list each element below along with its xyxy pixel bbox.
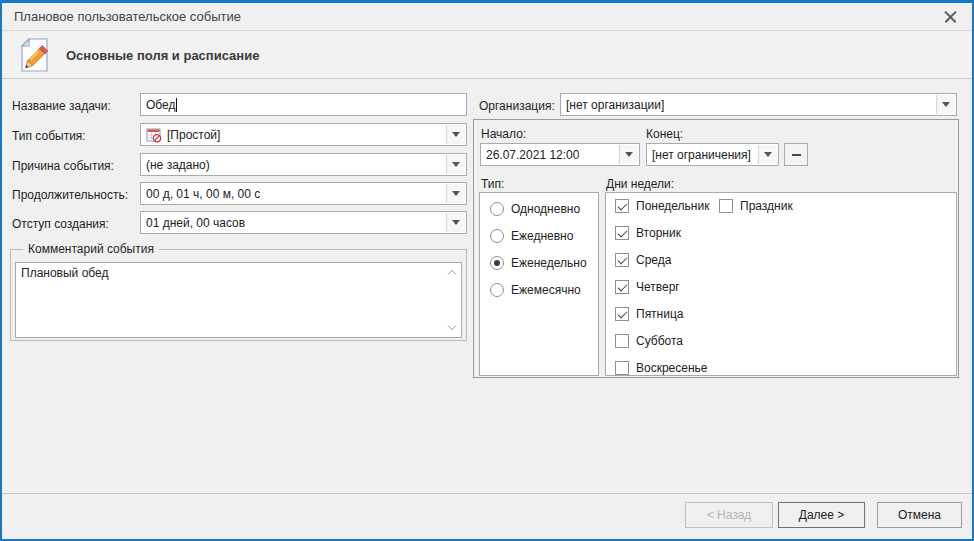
title-bar: Плановое пользовательское событие bbox=[2, 3, 972, 31]
task-name-input[interactable]: Обед bbox=[140, 93, 467, 116]
start-date-dropdown-button[interactable] bbox=[619, 145, 638, 164]
event-type-combo[interactable]: [Простой] bbox=[140, 123, 467, 146]
checkbox-icon bbox=[615, 307, 629, 321]
back-button[interactable]: < Назад bbox=[685, 502, 773, 528]
chevron-down-icon bbox=[452, 191, 460, 196]
weekdays-box: Понедельник Вторник Среда Четверг Пятниц… bbox=[605, 192, 957, 376]
checkbox-icon bbox=[615, 199, 629, 213]
checkbox-monday[interactable]: Понедельник bbox=[615, 199, 709, 213]
end-label: Конец: bbox=[646, 127, 683, 141]
scroll-up-icon[interactable] bbox=[447, 268, 456, 277]
page-title: Основные поля и расписание bbox=[66, 48, 259, 63]
radio-icon bbox=[490, 256, 504, 270]
start-label: Начало: bbox=[481, 127, 526, 141]
checkbox-label: Среда bbox=[636, 253, 671, 267]
end-date-value: [нет ограничения] bbox=[652, 148, 751, 162]
chevron-down-icon bbox=[452, 220, 460, 225]
dialog-window: Плановое пользовательское событие Основн… bbox=[0, 0, 974, 541]
text-cursor bbox=[176, 98, 177, 112]
next-button[interactable]: Далее > bbox=[778, 502, 865, 528]
chevron-down-icon bbox=[452, 132, 460, 137]
minus-icon bbox=[792, 154, 801, 156]
chevron-down-icon bbox=[452, 162, 460, 167]
comment-group-label: Комментарий события bbox=[23, 242, 159, 256]
radio-weekly[interactable]: Еженедельно bbox=[490, 256, 587, 270]
end-date-dropdown-button[interactable] bbox=[758, 145, 777, 164]
scroll-down-icon[interactable] bbox=[447, 323, 456, 332]
start-date-value: 26.07.2021 12:00 bbox=[486, 148, 579, 162]
checkbox-saturday[interactable]: Суббота bbox=[615, 334, 683, 348]
comment-groupbox: Комментарий события Плановый обед bbox=[10, 249, 467, 341]
radio-monthly[interactable]: Ежемесячно bbox=[490, 283, 581, 297]
duration-combo[interactable]: 00 д, 01 ч, 00 м, 00 с bbox=[140, 182, 467, 205]
radio-icon bbox=[490, 202, 504, 216]
checkbox-icon bbox=[615, 280, 629, 294]
creation-offset-combo[interactable]: 01 дней, 00 часов bbox=[140, 211, 467, 234]
duration-label: Продолжительность: bbox=[12, 188, 128, 202]
checkbox-icon bbox=[615, 361, 629, 375]
checkbox-label: Воскресенье bbox=[636, 361, 708, 375]
checkbox-icon bbox=[615, 334, 629, 348]
checkbox-label: Вторник bbox=[636, 226, 681, 240]
close-icon bbox=[944, 10, 957, 23]
checkbox-label: Пятница bbox=[636, 307, 684, 321]
checkbox-wednesday[interactable]: Среда bbox=[615, 253, 671, 267]
radio-label: Однодневно bbox=[511, 202, 580, 216]
clear-end-date-button[interactable] bbox=[784, 143, 808, 166]
radio-label: Ежемесячно bbox=[511, 283, 581, 297]
start-date-combo[interactable]: 26.07.2021 12:00 bbox=[480, 143, 640, 166]
duration-value: 00 д, 01 ч, 00 м, 00 с bbox=[146, 187, 260, 201]
checkbox-holiday[interactable]: Праздник bbox=[719, 199, 793, 213]
checkbox-icon bbox=[615, 253, 629, 267]
event-reason-label: Причина события: bbox=[12, 159, 114, 173]
window-title: Плановое пользовательское событие bbox=[14, 9, 241, 24]
cancel-button[interactable]: Отмена bbox=[877, 502, 962, 528]
document-pencil-icon bbox=[12, 34, 54, 76]
event-reason-value: (не задано) bbox=[146, 158, 210, 172]
organization-dropdown-button[interactable] bbox=[936, 95, 955, 114]
end-date-combo[interactable]: [нет ограничения] bbox=[646, 143, 779, 166]
close-button[interactable] bbox=[934, 4, 966, 29]
task-name-value: Обед bbox=[146, 98, 175, 112]
checkbox-tuesday[interactable]: Вторник bbox=[615, 226, 681, 240]
event-type-value: [Простой] bbox=[167, 128, 220, 142]
organization-value: [нет организации] bbox=[566, 98, 664, 112]
organization-combo[interactable]: [нет организации] bbox=[560, 93, 957, 116]
creation-offset-label: Отступ создания: bbox=[12, 217, 109, 231]
creation-offset-dropdown-button[interactable] bbox=[446, 213, 465, 232]
organization-label: Организация: bbox=[479, 99, 555, 113]
event-reason-combo[interactable]: (не задано) bbox=[140, 153, 467, 176]
radio-icon bbox=[490, 283, 504, 297]
creation-offset-value: 01 дней, 00 часов bbox=[146, 216, 245, 230]
recurrence-type-label: Тип: bbox=[481, 177, 504, 191]
event-reason-dropdown-button[interactable] bbox=[446, 155, 465, 174]
checkbox-friday[interactable]: Пятница bbox=[615, 307, 684, 321]
checkbox-sunday[interactable]: Воскресенье bbox=[615, 361, 708, 375]
checkbox-icon bbox=[719, 199, 733, 213]
radio-every-day[interactable]: Ежедневно bbox=[490, 229, 573, 243]
checkbox-thursday[interactable]: Четверг bbox=[615, 280, 680, 294]
recurrence-options-box: Однодневно Ежедневно Еженедельно Ежемеся… bbox=[479, 192, 599, 376]
checkbox-label: Понедельник bbox=[636, 199, 709, 213]
duration-dropdown-button[interactable] bbox=[446, 184, 465, 203]
chevron-down-icon bbox=[942, 102, 950, 107]
checkbox-icon bbox=[615, 226, 629, 240]
radio-daily-once[interactable]: Однодневно bbox=[490, 202, 580, 216]
task-name-label: Название задачи: bbox=[12, 99, 111, 113]
event-type-label: Тип события: bbox=[12, 129, 86, 143]
schedule-panel: Начало: 26.07.2021 12:00 Конец: [нет огр… bbox=[473, 119, 959, 378]
radio-label: Ежедневно bbox=[511, 229, 573, 243]
checkbox-label: Суббота bbox=[636, 334, 683, 348]
calendar-event-icon bbox=[146, 127, 162, 143]
wizard-header: Основные поля и расписание bbox=[2, 32, 972, 79]
comment-value: Плановый обед bbox=[21, 266, 108, 280]
checkbox-label: Праздник bbox=[740, 199, 793, 213]
event-type-dropdown-button[interactable] bbox=[446, 125, 465, 144]
weekdays-label: Дни недели: bbox=[606, 177, 674, 191]
footer-bar: < Назад Далее > Отмена bbox=[2, 493, 972, 539]
comment-textarea[interactable]: Плановый обед bbox=[15, 262, 462, 338]
radio-label: Еженедельно bbox=[511, 256, 587, 270]
checkbox-label: Четверг bbox=[636, 280, 680, 294]
chevron-down-icon bbox=[625, 152, 633, 157]
chevron-down-icon bbox=[764, 152, 772, 157]
